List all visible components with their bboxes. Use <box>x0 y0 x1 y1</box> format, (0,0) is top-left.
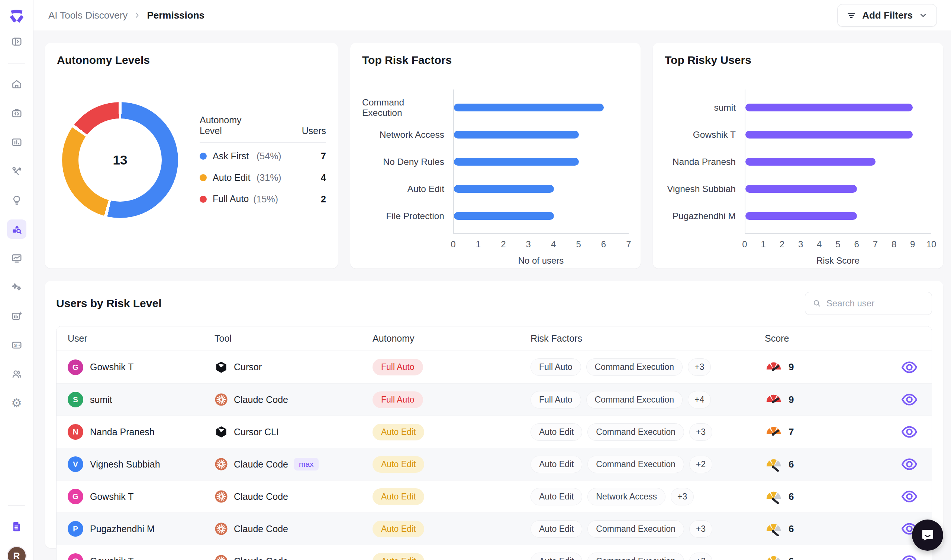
max-badge: max <box>294 458 319 471</box>
risk-factor-more-pill[interactable]: +3 <box>689 552 712 560</box>
autonomy-pill: Full Auto <box>372 391 423 408</box>
sidebar-item-tools[interactable] <box>7 162 26 181</box>
autonomy-pill: Full Auto <box>372 359 423 375</box>
score-value: 7 <box>789 426 794 438</box>
x-axis-ticks: 0 1 2 3 4 5 6 7 8 9 10 <box>745 239 931 252</box>
risk-factors-chart: Command Execution Network Access No Deny… <box>362 89 629 266</box>
search-user-input[interactable] <box>826 298 924 309</box>
risk-factor-more-pill[interactable]: +3 <box>671 488 694 505</box>
chat-support-button[interactable] <box>912 520 943 551</box>
view-details-eye-icon[interactable] <box>901 362 917 373</box>
user-name: Gowshik T <box>90 556 134 560</box>
user-name: Nanda Pranesh <box>90 427 154 437</box>
x-axis-label: No of users <box>453 255 629 266</box>
autonomy-pill: Auto Edit <box>372 424 424 440</box>
legend-row-auto-edit: Auto Edit (31%) 4 <box>200 172 326 184</box>
sidebar-item-docs[interactable] <box>7 517 26 536</box>
user-name: Vignesh Subbiah <box>90 459 160 470</box>
autonomy-pill: Auto Edit <box>372 456 424 473</box>
sidebar-item-reports[interactable] <box>7 306 26 326</box>
user-name: sumit <box>90 394 112 405</box>
risk-factor-pill: Command Execution <box>587 423 684 441</box>
table-row[interactable]: S sumit Claude Code Full Auto Full Auto … <box>57 383 932 415</box>
tool-name: Claude Code <box>234 459 288 470</box>
tool-icon <box>215 393 228 406</box>
sidebar-item-insights[interactable] <box>7 191 26 210</box>
bar-nanda-pranesh <box>746 158 875 166</box>
sidebar-item-ai-discovery[interactable] <box>7 220 26 239</box>
risk-factors-title: Top Risk Factors <box>362 54 629 66</box>
users-table-title: Users by Risk Level <box>56 297 162 310</box>
bar-label: Command Execution <box>362 94 453 121</box>
risk-factor-more-pill[interactable]: +3 <box>689 520 712 538</box>
legend-users: 2 <box>321 194 326 205</box>
x-axis-label: Risk Score <box>745 255 931 266</box>
sidebar-collapse-toggle[interactable] <box>7 32 26 51</box>
risk-factor-more-pill[interactable]: +4 <box>688 391 711 408</box>
breadcrumb: AI Tools Discovery Permissions <box>48 10 204 21</box>
add-filters-button[interactable]: Add Filters <box>837 4 937 27</box>
risk-factor-pill: Auto Edit <box>531 520 582 538</box>
breadcrumb-parent[interactable]: AI Tools Discovery <box>48 10 128 21</box>
score-value: 6 <box>789 523 794 535</box>
score-value: 6 <box>789 458 794 470</box>
legend-pct: (15%) <box>253 194 278 205</box>
bar-network-access <box>454 131 579 138</box>
bar-no-deny-rules <box>454 158 579 166</box>
risk-factor-more-pill[interactable]: +2 <box>689 455 712 473</box>
sidebar-item-analytics[interactable] <box>7 132 26 152</box>
tool-icon <box>215 361 228 374</box>
page-content: Autonomy Levels 13 Autonomy Level Users <box>34 31 951 560</box>
sidebar-item-home[interactable] <box>7 75 26 94</box>
table-row[interactable]: G Gowshik T Cursor Full Auto Full Auto C… <box>57 351 932 383</box>
donut-total: 13 <box>113 152 128 168</box>
score-value: 9 <box>789 362 794 373</box>
sidebar-item-sparkles[interactable] <box>7 277 26 297</box>
chevron-down-icon <box>919 11 928 20</box>
bar-command-execution <box>454 104 604 111</box>
bar-label: No Deny Rules <box>362 148 453 175</box>
search-user-box[interactable] <box>805 292 932 315</box>
risk-factor-more-pill[interactable]: +3 <box>689 423 712 441</box>
autonomy-pill: Auto Edit <box>372 553 424 560</box>
sidebar-item-billing[interactable]: S <box>7 335 26 355</box>
top-risk-factors-card: Top Risk Factors Command Execution Netwo… <box>350 43 641 268</box>
risk-factor-pill: Command Execution <box>587 520 684 538</box>
autonomy-levels-card: Autonomy Levels 13 Autonomy Level Users <box>45 43 338 268</box>
view-details-eye-icon[interactable] <box>901 394 917 406</box>
view-details-eye-icon[interactable] <box>901 426 917 438</box>
sidebar-item-monitoring[interactable] <box>7 248 26 268</box>
table-row[interactable]: G Gowshik T Claude Code Auto Edit Auto E… <box>57 480 932 512</box>
tool-name: Claude Code <box>234 394 288 405</box>
sidebar-item-settings[interactable]: ⚙ <box>7 393 26 412</box>
sidebar-item-users[interactable] <box>7 364 26 384</box>
filter-icon <box>846 11 856 20</box>
bar-file-protection <box>454 212 554 220</box>
tool-icon <box>215 554 228 560</box>
table-row[interactable]: P Pugazhendhi M Claude Code Auto Edit Au… <box>57 512 932 545</box>
table-row[interactable]: N Nanda Pranesh Cursor CLI Auto Edit Aut… <box>57 415 932 448</box>
view-details-eye-icon[interactable] <box>901 458 917 470</box>
user-avatar[interactable]: R <box>7 546 27 560</box>
discovery-shapes-icon <box>11 223 22 235</box>
risk-factor-more-pill[interactable]: +3 <box>688 358 711 376</box>
legend-label: Full Auto <box>213 193 249 205</box>
legend-pct: (31%) <box>256 172 281 183</box>
autonomy-pill: Auto Edit <box>372 488 424 505</box>
autonomy-card-title: Autonomy Levels <box>57 54 326 66</box>
view-details-eye-icon[interactable] <box>901 555 917 560</box>
table-row[interactable]: V Vignesh Subbiah Claude Code max Auto E… <box>57 448 932 480</box>
risk-factor-pill: Network Access <box>587 488 665 505</box>
users-table: User Tool Autonomy Risk Factors Score G … <box>56 326 932 560</box>
legend-users: 4 <box>321 172 326 183</box>
sidebar-bottom-divider <box>8 505 25 506</box>
risk-factor-pill: Auto Edit <box>531 552 582 560</box>
avatar: G <box>68 360 83 375</box>
view-details-eye-icon[interactable] <box>901 491 917 502</box>
risk-factor-pill: Full Auto <box>531 391 581 408</box>
table-row[interactable]: G Gowshik T Claude Code Auto Edit Auto E… <box>57 545 932 560</box>
top-risky-users-card: Top Risky Users sumit Gowshik T Nanda Pr… <box>653 43 943 268</box>
sparkles-icon <box>11 282 22 292</box>
avatar: S <box>68 392 83 408</box>
sidebar-item-code-workspace[interactable] <box>7 104 26 123</box>
